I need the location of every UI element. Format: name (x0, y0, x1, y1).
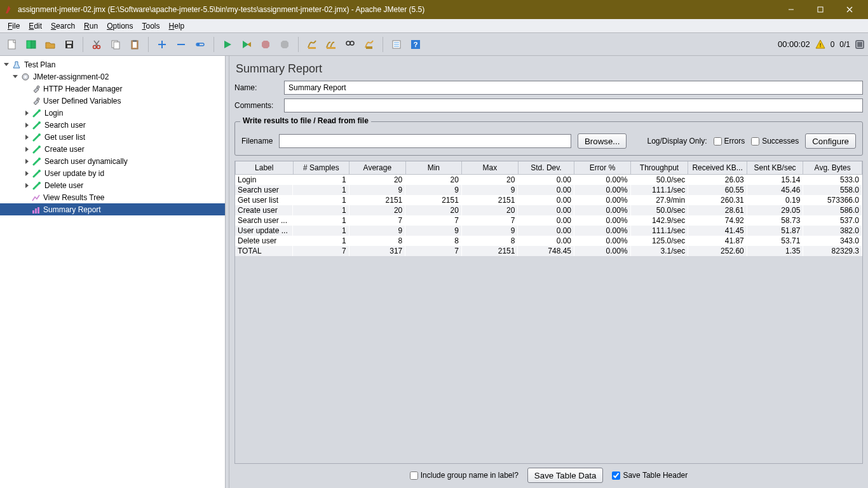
menu-help[interactable]: Help (165, 20, 189, 32)
col-header[interactable]: Max (462, 161, 519, 174)
write-results-group: Write results to file / Read from file F… (234, 121, 863, 156)
svg-rect-6 (31, 41, 36, 48)
maximize-button[interactable] (806, 0, 835, 19)
open-icon[interactable] (42, 36, 58, 53)
function-helper-icon[interactable] (388, 36, 405, 53)
col-header[interactable]: Throughput (630, 161, 688, 174)
expand-icon[interactable] (154, 36, 170, 53)
reset-search-icon[interactable] (361, 36, 377, 53)
table-row[interactable]: Delete user18880.000.00%125.0/sec41.8753… (235, 236, 862, 246)
toggle-icon[interactable] (192, 36, 208, 53)
window-title: assignment-jmeter-02.jmx (E:\Software\ap… (18, 5, 776, 14)
col-header[interactable]: Error % (574, 161, 631, 174)
stop-icon[interactable] (257, 36, 274, 53)
svg-rect-25 (327, 47, 336, 49)
tree-test-plan[interactable]: Test Plan (0, 58, 225, 71)
col-header[interactable]: Average (349, 161, 406, 174)
col-header[interactable]: Std. Dev. (518, 161, 574, 174)
start-icon[interactable] (219, 36, 236, 53)
templates-icon[interactable] (23, 36, 39, 53)
sampler-icon (32, 108, 42, 118)
col-header[interactable]: # Samples (293, 161, 349, 174)
clear-icon[interactable] (304, 36, 320, 53)
toolbar: ? 00:00:02 ! 0 0/1 (0, 33, 868, 56)
results-table[interactable]: Label# SamplesAverageMinMaxStd. Dev.Erro… (234, 161, 863, 464)
successes-checkbox[interactable]: Successes (751, 137, 799, 146)
cut-icon[interactable] (88, 36, 105, 53)
new-icon[interactable] (4, 36, 20, 53)
tree-summary-report[interactable]: Summary Report (0, 203, 225, 215)
run-indicator-icon (855, 40, 864, 49)
svg-rect-9 (67, 45, 71, 48)
jmeter-icon (4, 4, 15, 15)
table-row[interactable]: TOTAL731772151748.450.00%3.1/sec252.601.… (235, 246, 862, 256)
sampler-icon (32, 168, 42, 179)
sampler-icon (32, 120, 42, 130)
comments-label: Comments: (234, 101, 279, 110)
menubar: File Edit Search Run Options Tools Help (0, 19, 868, 33)
save-table-header-checkbox[interactable]: Save Table Header (612, 471, 688, 480)
minimize-button[interactable] (776, 0, 806, 19)
tree-thread-group[interactable]: JMeter-assignment-02 (0, 71, 225, 83)
name-input[interactable] (284, 81, 863, 95)
include-group-checkbox[interactable]: Include group name in label? (410, 471, 519, 480)
sampler-icon (32, 132, 42, 142)
menu-tools[interactable]: Tools (139, 20, 164, 32)
table-row[interactable]: Login12020200.000.00%50.0/sec26.0315.145… (235, 175, 862, 185)
browse-button[interactable]: Browse... (578, 133, 627, 149)
table-row[interactable]: Get user list12151215121510.000.00%27.9/… (235, 195, 862, 205)
menu-file[interactable]: File (4, 20, 24, 32)
col-header[interactable]: Received KB... (688, 161, 747, 174)
gear-icon (20, 72, 31, 82)
svg-rect-50 (37, 207, 39, 214)
log-display-only-label: Log/Display Only: (647, 137, 707, 146)
col-header[interactable]: Min (405, 161, 462, 174)
configure-button[interactable]: Configure (805, 133, 856, 149)
close-button[interactable] (835, 0, 864, 19)
flask-icon (11, 60, 22, 70)
table-row[interactable]: Search user ...17770.000.00%142.9/sec74.… (235, 215, 862, 226)
paste-icon[interactable] (126, 36, 143, 53)
save-table-data-button[interactable]: Save Table Data (527, 468, 604, 483)
copy-icon[interactable] (107, 36, 124, 53)
menu-search[interactable]: Search (47, 20, 79, 32)
tree-view-results-tree[interactable]: View Results Tree (0, 191, 225, 203)
collapse-icon[interactable] (173, 36, 189, 53)
col-header[interactable]: Avg. Bytes (803, 161, 862, 174)
col-header[interactable]: Label (236, 161, 294, 174)
tree-user-defined-vars[interactable]: User Defined Variables (0, 95, 225, 107)
shutdown-icon[interactable] (276, 36, 293, 53)
summary-report-icon (31, 205, 41, 215)
warning-icon[interactable]: ! (815, 39, 825, 50)
errors-checkbox[interactable]: Errors (714, 137, 745, 146)
svg-rect-49 (35, 208, 37, 214)
menu-run[interactable]: Run (80, 20, 102, 32)
tree-get-user-list[interactable]: Get user list (0, 131, 225, 143)
help-icon[interactable]: ? (407, 36, 424, 53)
test-plan-tree[interactable]: Test Plan JMeter-assignment-02 HTTP Head… (0, 56, 226, 488)
menu-edit[interactable]: Edit (25, 20, 46, 32)
sampler-icon (32, 156, 42, 166)
tree-delete-user[interactable]: Delete user (0, 179, 225, 191)
start-no-pause-icon[interactable] (238, 36, 255, 53)
svg-rect-4 (8, 40, 15, 49)
table-row[interactable]: User update ...19990.000.00%111.1/sec41.… (235, 226, 862, 236)
wrench-icon (31, 84, 41, 94)
table-row[interactable]: Search user19990.000.00%111.1/sec60.5545… (235, 185, 862, 195)
col-header[interactable]: Sent KB/sec (747, 161, 803, 174)
tree-search-user[interactable]: Search user (0, 119, 225, 131)
tree-create-user[interactable]: Create user (0, 143, 225, 155)
tree-login[interactable]: Login (0, 107, 225, 119)
search-icon[interactable] (342, 36, 358, 53)
table-row[interactable]: Create user12020200.000.00%50.0/sec28.61… (235, 205, 862, 215)
tree-search-user-dynamically[interactable]: Search user dynamically (0, 155, 225, 167)
save-icon[interactable] (61, 36, 78, 53)
filename-input[interactable] (279, 134, 571, 148)
tree-http-header-manager[interactable]: HTTP Header Manager (0, 83, 225, 95)
menu-options[interactable]: Options (103, 20, 137, 32)
svg-point-27 (350, 41, 354, 45)
comments-input[interactable] (284, 98, 863, 112)
clear-all-icon[interactable] (323, 36, 339, 53)
tree-user-update-by-id[interactable]: User update by id (0, 167, 225, 179)
svg-point-47 (38, 182, 41, 184)
